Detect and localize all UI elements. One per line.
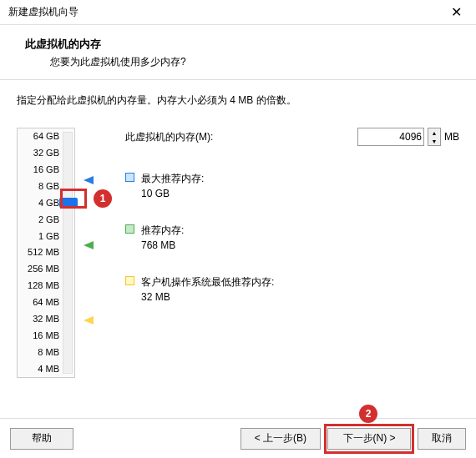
spin-down-icon[interactable]: ▼ — [428, 137, 440, 145]
square-icon — [125, 173, 134, 182]
memory-spinner[interactable]: ▲ ▼ — [428, 128, 441, 146]
titlebar: 新建虚拟机向导 ✕ — [0, 0, 476, 25]
square-icon — [125, 276, 134, 285]
max-memory-value: 10 GB — [141, 186, 204, 201]
memory-unit: MB — [444, 131, 459, 143]
memory-slider-panel: 64 GB 32 GB 16 GB 8 GB 4 GB 2 GB 1 GB 51… — [17, 128, 75, 378]
page-title: 此虚拟机的内存 — [25, 37, 451, 52]
back-button[interactable]: < 上一步(B) — [241, 428, 321, 450]
recommended-marker-icon — [84, 239, 95, 251]
instruction-text: 指定分配给此虚拟机的内存量。内存大小必须为 4 MB 的倍数。 — [17, 93, 459, 108]
wizard-header: 此虚拟机的内存 您要为此虚拟机使用多少内存? — [0, 25, 476, 80]
recommended-memory-label: 推荐内存: — [141, 223, 184, 238]
svg-marker-1 — [84, 241, 94, 249]
annotation-box-1 — [60, 189, 87, 209]
cancel-button[interactable]: 取消 — [418, 428, 466, 450]
scale-labels: 64 GB 32 GB 16 GB 8 GB 4 GB 2 GB 1 GB 51… — [19, 132, 59, 374]
content-area: 指定分配给此虚拟机的内存量。内存大小必须为 4 MB 的倍数。 64 GB 32… — [0, 80, 476, 389]
wizard-footer: 帮助 < 上一步(B) 下一步(N) > 2 取消 — [0, 418, 476, 458]
min-memory-label: 客户机操作系统最低推荐内存: — [141, 274, 274, 289]
window-title: 新建虚拟机向导 — [8, 5, 78, 19]
memory-input-label: 此虚拟机的内存(M): — [125, 130, 213, 144]
min-memory-value: 32 MB — [141, 289, 274, 304]
memory-slider[interactable] — [63, 132, 73, 374]
page-subtitle: 您要为此虚拟机使用多少内存? — [25, 55, 451, 69]
max-marker-icon — [84, 174, 95, 186]
annotation-badge-2: 2 — [359, 405, 377, 423]
svg-marker-0 — [84, 176, 94, 184]
svg-marker-2 — [84, 316, 94, 325]
annotation-badge-1: 1 — [94, 189, 112, 208]
square-icon — [125, 224, 134, 234]
recommended-memory-value: 768 MB — [141, 238, 184, 253]
min-marker-icon — [84, 315, 95, 326]
max-memory-label: 最大推荐内存: — [141, 171, 204, 186]
close-button[interactable]: ✕ — [439, 1, 473, 24]
memory-input[interactable] — [357, 128, 424, 146]
spin-up-icon[interactable]: ▲ — [428, 128, 440, 137]
annotation-box-2 — [324, 424, 414, 454]
help-button[interactable]: 帮助 — [10, 428, 73, 450]
